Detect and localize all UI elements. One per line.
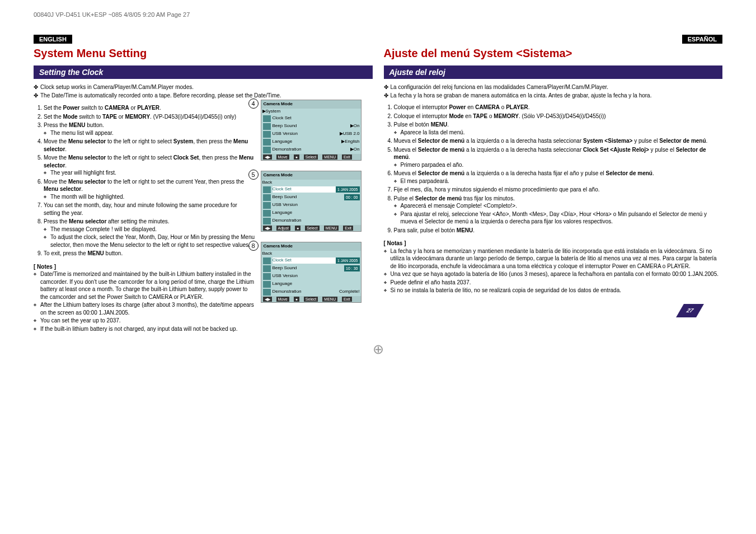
lcd-row-label: Beep Sound (273, 123, 350, 129)
figure-number: 4 (248, 99, 259, 109)
bullet-item: La configuración del reloj funciona en l… (384, 83, 723, 91)
menu-icon (263, 289, 271, 296)
sub-item: The month will be highlighted. (44, 193, 255, 201)
nav-icon: ◀▶ (263, 154, 272, 160)
lcd-row-label: USB Version (273, 202, 360, 208)
note-item: La fecha y la hora se memorizan y mantie… (384, 247, 723, 270)
steps-right: Coloque el interruptor Power en CAMERA o… (384, 104, 723, 234)
step-item: Press the MENU button. The menu list wil… (44, 121, 255, 137)
note-item: If the built-in lithium battery is not c… (34, 325, 255, 333)
menu-icon (263, 202, 271, 209)
step-item: You can set the month, day, hour and min… (44, 202, 255, 217)
lcd-row-label: Language (273, 281, 360, 287)
lcd-screen: Camera Mode Back Clock Set1 JAN 2005 Bee… (261, 242, 361, 303)
lcd-screen: Camera Mode Back Clock Set1 JAN 2005 Bee… (261, 171, 361, 232)
sub-item: El mes parpadeará. (394, 177, 723, 185)
menu-icon (263, 281, 271, 288)
lcd-date: 1 JAN 2005 (336, 186, 360, 193)
lcd-row-label: Language (273, 139, 342, 145)
step-item: Fije el mes, día, hora y minutos siguien… (394, 186, 723, 194)
intro-bullets-left: Clock setup works in Camera/Player/M.Cam… (34, 83, 373, 99)
step-item: Set the Power switch to CAMERA or PLAYER… (44, 104, 255, 112)
lcd-row-label: Demonstration (273, 218, 360, 224)
foot-menu-badge: MENU (324, 226, 339, 231)
sub-item: Para ajustar el reloj, seleccione Year <… (394, 210, 723, 226)
nav-icon: ◀▶ (263, 226, 272, 231)
step-item: Move the Menu selector to the left or ri… (44, 138, 255, 153)
menu-icon (263, 186, 271, 193)
lcd-complete: Complete! (339, 289, 359, 295)
note-item: Si no se instala la batería de litio, no… (384, 287, 723, 294)
lcd-time: 10 : 30 (344, 265, 359, 271)
lcd-row-value: ▶English (341, 139, 359, 145)
menu-icon (263, 139, 271, 146)
lcd-footer: ◀▶Move●SelectMENUExit (261, 296, 361, 302)
lcd-footer: ◀▶Adjust●SelectMENUExit (261, 225, 361, 231)
figure-number: 8 (248, 241, 259, 251)
foot-adjust: Adjust (276, 226, 290, 231)
menu-icon (263, 115, 271, 122)
intro-bullets-right: La configuración del reloj funciona en l… (384, 83, 723, 99)
menu-icon (263, 131, 271, 138)
foot-select: Select (304, 154, 318, 160)
sub-item: The menu list will appear. (44, 129, 255, 137)
step-item: Press the Menu selector after setting th… (44, 218, 255, 249)
sub-item: The year will highlight first. (44, 169, 255, 177)
step-item: Mueva el Selector de menú a la izquierda… (394, 146, 723, 169)
lcd-title: Camera Mode (261, 171, 361, 180)
bullet-item: Clock setup works in Camera/Player/M.Cam… (34, 83, 373, 91)
foot-menu-badge: MENU (322, 297, 337, 302)
steps-left: Set the Power switch to CAMERA or PLAYER… (34, 104, 255, 257)
step-item: Mueva el Selector de menú a la izquierda… (394, 137, 723, 145)
nav-icon: ● (295, 226, 300, 231)
note-item: Date/Time is memorized and maintained by… (34, 270, 255, 301)
figure-number: 5 (248, 170, 259, 180)
foot-select: Select (304, 297, 318, 302)
nav-icon: ◀▶ (263, 297, 272, 302)
sub-item: Primero parpadea el año. (394, 161, 723, 169)
step-item: Pulse el Selector de menú tras fijar los… (394, 195, 723, 226)
foot-move: Move (276, 154, 289, 160)
figure-5: 5 Camera Mode Back Clock Set1 JAN 2005 B… (261, 171, 373, 232)
lcd-row-value: ▶On (350, 123, 360, 129)
sub-item: Aparece la lista del menú. (394, 129, 723, 137)
lcd-back: Back (262, 180, 360, 186)
step-item: Move the Menu selector to the left or ri… (44, 178, 255, 201)
note-item: You can set the year up to 2037. (34, 317, 255, 325)
lcd-row-label: USB Version (273, 273, 360, 279)
lcd-row-label: Beep Sound (273, 194, 345, 200)
sub-item: To adjust the clock, select the Year, Mo… (44, 233, 255, 249)
foot-exit: Exit (342, 297, 352, 302)
nav-icon: ● (294, 154, 299, 160)
lcd-row-value: ▶USB 2.0 (340, 131, 360, 137)
lcd-title: Camera Mode (261, 242, 361, 251)
step-item: To exit, press the MENU button. (44, 250, 255, 257)
step-item: Mueva el Selector de menú a la izquierda… (394, 170, 723, 185)
note-item: Una vez que se haya agotado la batería d… (384, 270, 723, 278)
bullet-item: The Date/Time is automatically recorded … (34, 92, 373, 100)
doc-header-line: 00840J VP-D451 UK+ESP ~085 4/8/05 9:20 A… (34, 11, 722, 18)
step-item: Set the Mode switch to TAPE or MEMORY. (… (44, 113, 255, 121)
lcd-row-label: Demonstration (273, 147, 350, 153)
foot-exit: Exit (343, 226, 353, 231)
foot-move: Move (276, 297, 289, 302)
figure-8: 8 Camera Mode Back Clock Set1 JAN 2005 B… (261, 242, 373, 303)
menu-icon (263, 273, 271, 280)
print-registration-mark: ⊕ (34, 341, 722, 357)
foot-menu-badge: MENU (322, 154, 337, 160)
page-number: 27 (676, 304, 704, 317)
lcd-date: 1 JAN 2005 (336, 257, 360, 264)
menu-icon (263, 257, 271, 264)
menu-icon (263, 147, 271, 153)
lcd-screen: Camera Mode ▶System Clock Set Beep Sound… (261, 100, 361, 161)
lcd-back: Back (262, 251, 360, 257)
lcd-time: 00 : 00 (344, 194, 359, 200)
menu-icon (263, 194, 271, 201)
foot-exit: Exit (342, 154, 352, 160)
figure-4: 4 Camera Mode ▶System Clock Set Beep Sou… (261, 100, 373, 161)
main-title-left: System Menu Setting (34, 47, 373, 60)
menu-icon (263, 218, 271, 224)
notes-heading-right: [ Notas ] (384, 240, 723, 247)
nav-icon: ● (294, 297, 299, 302)
note-item: Puede definir el año hasta 2037. (384, 279, 723, 287)
